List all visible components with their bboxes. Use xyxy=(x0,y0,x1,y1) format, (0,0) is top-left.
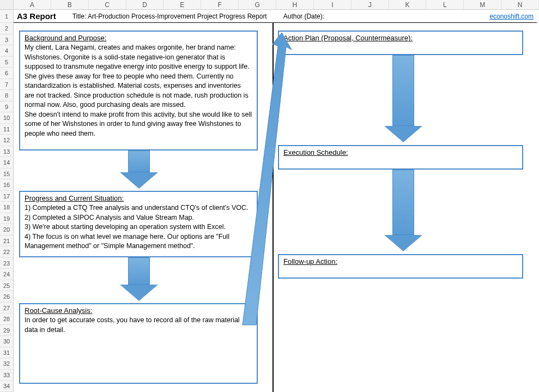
row-header[interactable]: 33 xyxy=(0,370,13,381)
progress-box[interactable]: Progress and Current Situation: 1) Compl… xyxy=(19,191,258,257)
followup-title: Follow-up Action: xyxy=(283,257,518,266)
arrow-down-icon xyxy=(128,150,150,189)
report-title: A3 Report xyxy=(17,11,56,21)
col-header[interactable]: K xyxy=(389,0,427,9)
background-title: Background and Purpose: xyxy=(25,34,252,42)
col-header[interactable]: H xyxy=(276,0,314,9)
col-header[interactable]: N xyxy=(501,0,539,9)
row-header[interactable]: 17 xyxy=(0,191,13,202)
title-row: A3 Report Title: Art-Production Process-… xyxy=(14,10,537,23)
row-header[interactable]: 34 xyxy=(0,381,13,392)
row-headers: 1 2 3 4 5 6 7 8 9 10 11 12 13 14 15 16 1… xyxy=(0,10,14,392)
col-header[interactable]: I xyxy=(314,0,352,9)
action-box[interactable]: Action Plan (Proposal, Countermeasure): xyxy=(278,31,523,55)
action-title: Action Plan (Proposal, Countermeasure): xyxy=(283,34,518,42)
rootcause-body: In order to get accurate costs, you have… xyxy=(25,316,252,335)
row-header[interactable]: 30 xyxy=(0,336,13,347)
row-header[interactable]: 12 xyxy=(0,135,13,146)
row-header[interactable]: 25 xyxy=(0,280,13,292)
worksheet[interactable]: A3 Report Title: Art-Production Process-… xyxy=(14,10,539,392)
center-divider xyxy=(272,23,274,392)
row-header[interactable]: 9 xyxy=(0,101,13,113)
row-header[interactable]: 3 xyxy=(0,34,13,46)
row-header[interactable]: 20 xyxy=(0,224,13,236)
arrow-down-icon xyxy=(128,257,150,301)
arrow-down-icon xyxy=(392,55,414,142)
row-header[interactable]: 4 xyxy=(0,45,13,57)
sheet-corner[interactable] xyxy=(0,0,14,10)
row-header[interactable]: 28 xyxy=(0,313,13,325)
row-header[interactable]: 15 xyxy=(0,168,13,180)
col-header[interactable]: D xyxy=(126,0,164,9)
col-header[interactable]: E xyxy=(163,0,201,9)
progress-body: 1) Completed a CTQ Tree analysis and und… xyxy=(25,203,252,251)
col-header[interactable]: B xyxy=(51,0,89,9)
row-header[interactable]: 23 xyxy=(0,258,13,269)
row-header[interactable]: 22 xyxy=(0,246,13,258)
row-header[interactable]: 29 xyxy=(0,325,13,336)
row-header[interactable]: 10 xyxy=(0,112,13,124)
row-header[interactable]: 31 xyxy=(0,347,13,359)
column-headers: A B C D E F G H I J K L M N xyxy=(14,0,539,10)
execution-title: Execution Schedule: xyxy=(283,148,518,156)
background-box[interactable]: Background and Purpose: My client, Lara … xyxy=(19,31,258,150)
row-header[interactable]: 16 xyxy=(0,179,13,191)
author-label: Author (Date): xyxy=(283,13,324,20)
row-header[interactable]: 18 xyxy=(0,202,13,213)
row-header[interactable]: 5 xyxy=(0,57,13,68)
followup-box[interactable]: Follow-up Action: xyxy=(278,254,523,279)
col-header[interactable]: M xyxy=(464,0,501,9)
col-header[interactable]: F xyxy=(201,0,239,9)
col-header[interactable]: J xyxy=(352,0,389,9)
row-header[interactable]: 21 xyxy=(0,236,13,247)
row-header[interactable]: 1 xyxy=(0,10,13,23)
rootcause-box[interactable]: Root-Cause Analysis: In order to get acc… xyxy=(19,303,258,384)
col-header[interactable]: C xyxy=(89,0,126,9)
econoshift-link[interactable]: econoshift.com xyxy=(489,13,534,20)
col-header[interactable]: L xyxy=(426,0,464,9)
report-subtitle: Title: Art-Production Process-Improvemen… xyxy=(72,13,267,20)
row-header[interactable]: 32 xyxy=(0,358,13,370)
row-header[interactable]: 27 xyxy=(0,303,13,314)
row-header[interactable]: 11 xyxy=(0,124,13,135)
col-header[interactable]: A xyxy=(14,0,51,9)
row-header[interactable]: 6 xyxy=(0,68,13,79)
arrow-down-icon xyxy=(392,170,414,251)
col-header[interactable]: G xyxy=(239,0,276,9)
row-header[interactable]: 2 xyxy=(0,23,13,34)
row-header[interactable]: 8 xyxy=(0,90,13,101)
progress-title: Progress and Current Situation: xyxy=(25,194,252,202)
execution-box[interactable]: Execution Schedule: xyxy=(278,145,523,170)
row-header[interactable]: 19 xyxy=(0,213,13,225)
background-body: My client, Lara Negami, creates and make… xyxy=(25,43,252,138)
row-header[interactable]: 26 xyxy=(0,291,13,303)
row-header[interactable]: 24 xyxy=(0,269,13,280)
row-header[interactable]: 7 xyxy=(0,79,13,91)
row-header[interactable]: 13 xyxy=(0,146,13,158)
rootcause-title: Root-Cause Analysis: xyxy=(25,306,252,315)
row-header[interactable]: 14 xyxy=(0,157,13,168)
